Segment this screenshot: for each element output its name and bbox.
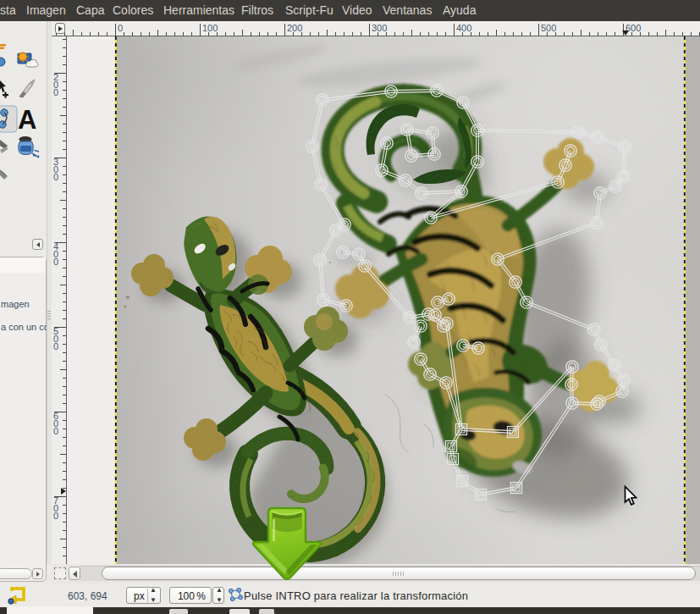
svg-text:500: 500: [541, 23, 556, 33]
svg-text:0: 0: [53, 341, 58, 351]
svg-text:A: A: [18, 105, 36, 135]
svg-text:100: 100: [202, 23, 218, 33]
svg-text:0: 0: [53, 426, 58, 436]
svg-text:0: 0: [53, 257, 58, 267]
svg-text:0: 0: [53, 87, 58, 97]
svg-text:200: 200: [287, 23, 302, 33]
svg-text:0: 0: [53, 511, 58, 521]
svg-text:0: 0: [118, 23, 123, 33]
svg-text:300: 300: [372, 23, 387, 33]
svg-text:400: 400: [456, 23, 471, 33]
svg-text:0: 0: [53, 172, 58, 182]
